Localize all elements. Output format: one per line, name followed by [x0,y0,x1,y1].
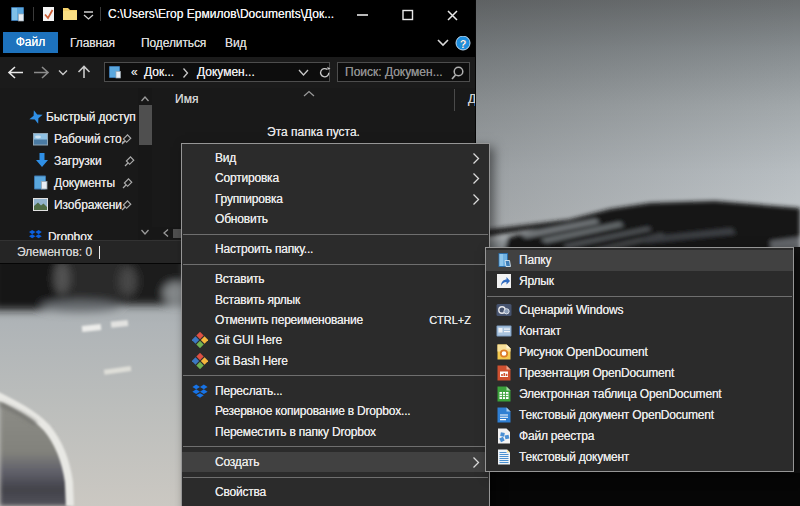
svg-text:?: ? [460,38,467,50]
